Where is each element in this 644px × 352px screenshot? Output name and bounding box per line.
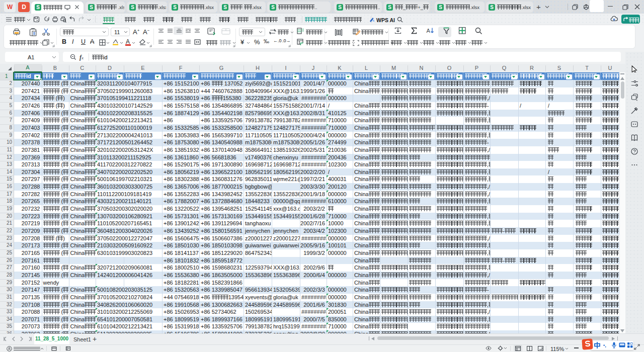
svg-text:A: A	[427, 28, 431, 34]
